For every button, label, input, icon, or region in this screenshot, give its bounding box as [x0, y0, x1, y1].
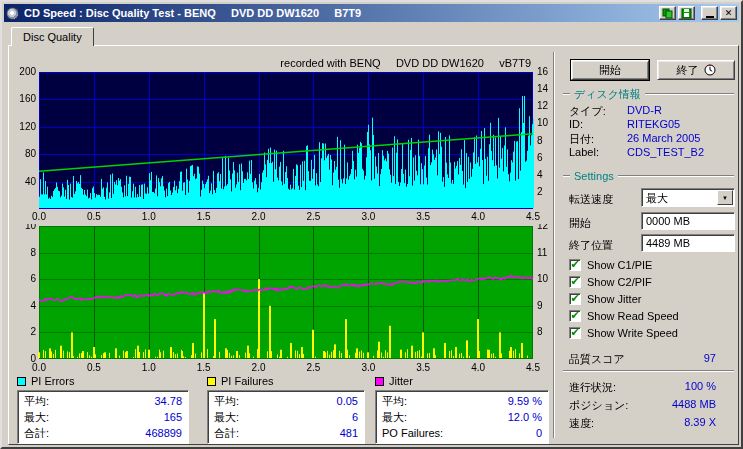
stat-value: 165 — [164, 409, 182, 425]
quality-score-row: 品質スコア97 — [569, 352, 716, 365]
pi-errors-chart — [9, 56, 557, 228]
checkmark-icon: ✔ — [570, 293, 579, 304]
exit-button-label: 終了 — [677, 63, 699, 78]
legend-title: PI Failures — [221, 375, 274, 387]
checkbox-label: Show C2/PIF — [587, 276, 652, 288]
stat-label: 平均: — [382, 393, 407, 409]
checkbox-show-c1-pie[interactable]: ✔ Show C1/PIE — [569, 258, 652, 272]
position-value: 4488 MB — [672, 398, 716, 410]
tab-disc-quality[interactable]: Disc Quality — [11, 27, 94, 46]
close-icon: ✕ — [725, 8, 733, 18]
legend-title: Jitter — [389, 375, 413, 387]
disc-label-row: Label:CDS_TEST_B2 — [569, 146, 734, 159]
clock-icon — [704, 64, 716, 76]
disc-type-row: タイプ:DVD-R — [569, 104, 734, 117]
checkbox-label: Show Read Speed — [587, 310, 679, 322]
stat-value: 34.78 — [154, 393, 182, 409]
titlebar[interactable]: CD Speed : Disc Quality Test - BENQ DVD … — [4, 4, 739, 22]
disc-date-row: 日付:26 March 2005 — [569, 132, 734, 145]
stat-value: 481 — [340, 425, 358, 441]
checkbox-label: Show C1/PIE — [587, 259, 652, 271]
legend-jitter: Jitter 平均:9.59 % 最大:12.0 % PO Failures:0 — [375, 374, 549, 388]
sidebar-divider — [553, 52, 555, 438]
stat-value: 9.59 % — [508, 393, 542, 409]
speed-value: 8.39 X — [684, 416, 716, 428]
stat-value: 468899 — [145, 425, 182, 441]
save-chart-button[interactable] — [678, 6, 695, 20]
start-button-label: 開始 — [599, 63, 621, 78]
legend-values-box: 平均:0.05 最大:6 合計:481 — [207, 390, 365, 444]
start-position-input[interactable]: 0000 MB — [641, 212, 735, 230]
app-window: CD Speed : Disc Quality Test - BENQ DVD … — [0, 0, 743, 449]
checkbox-show-c2-pif[interactable]: ✔ Show C2/PIF — [569, 275, 652, 289]
checkbox-label: Show Write Speed — [587, 327, 678, 339]
legend-title: PI Errors — [31, 375, 74, 387]
pif-jitter-chart — [9, 224, 557, 376]
exit-button[interactable]: 終了 — [657, 60, 735, 80]
position-row: ポジション:4488 MB — [569, 398, 716, 411]
status-divider — [563, 370, 734, 372]
checkbox-box[interactable]: ✔ — [569, 327, 581, 339]
stat-value: 6 — [352, 409, 358, 425]
stat-label: 最大: — [382, 409, 407, 425]
stat-label: 平均: — [24, 393, 49, 409]
checkbox-box[interactable]: ✔ — [569, 310, 581, 322]
stat-value: 0 — [536, 425, 542, 441]
app-icon[interactable] — [6, 7, 19, 20]
checkmark-icon: ✔ — [570, 259, 579, 270]
start-button[interactable]: 開始 — [571, 60, 649, 80]
stat-label: PO Failures: — [382, 425, 443, 441]
jitter-swatch-icon — [375, 377, 384, 386]
chevron-down-icon[interactable]: ▼ — [717, 190, 733, 205]
checkbox-show-write-speed[interactable]: ✔ Show Write Speed — [569, 326, 678, 340]
transfer-speed-select[interactable]: 最大 ▼ — [641, 188, 735, 207]
close-button[interactable]: ✕ — [720, 6, 737, 20]
disc-info-caption: ディスク情報 — [563, 88, 734, 100]
checkbox-box[interactable]: ✔ — [569, 259, 581, 271]
chart-copy-icon — [662, 8, 673, 19]
checkbox-box[interactable]: ✔ — [569, 293, 581, 305]
tab-label: Disc Quality — [23, 31, 82, 43]
stat-label: 合計: — [24, 425, 49, 441]
speed-row: 速度:8.39 X — [569, 416, 716, 429]
checkbox-box[interactable]: ✔ — [569, 276, 581, 288]
stat-label: 最大: — [214, 409, 239, 425]
checkmark-icon: ✔ — [570, 327, 579, 338]
legend-pi-errors: PI Errors 平均:34.78 最大:165 合計:468899 — [17, 374, 189, 388]
checkbox-label: Show Jitter — [587, 293, 641, 305]
checkmark-icon: ✔ — [570, 310, 579, 321]
quality-score-value: 97 — [704, 352, 716, 364]
minimize-icon — [706, 16, 714, 18]
progress-row: 進行状況:100 % — [569, 380, 716, 393]
settings-caption: Settings — [563, 170, 734, 182]
window-title: CD Speed : Disc Quality Test - BENQ DVD … — [24, 7, 657, 19]
disc-id-row: ID:RITEKG05 — [569, 118, 734, 131]
transfer-speed-value: 最大 — [646, 192, 668, 204]
stat-label: 最大: — [24, 409, 49, 425]
legend-values-box: 平均:34.78 最大:165 合計:468899 — [17, 390, 189, 444]
end-position-input[interactable]: 4489 MB — [641, 234, 735, 252]
pi-failures-swatch-icon — [207, 377, 216, 386]
pi-errors-swatch-icon — [17, 377, 26, 386]
disk-save-icon — [681, 8, 692, 19]
stat-label: 合計: — [214, 425, 239, 441]
sidebar: 開始 終了 ディスク情報 タイプ:DVD-R ID:RITEKG05 日付: — [559, 54, 738, 440]
disc-quality-panel: PI Errors 平均:34.78 最大:165 合計:468899 PI F… — [8, 45, 739, 445]
legend-pi-failures: PI Failures 平均:0.05 最大:6 合計:481 — [207, 374, 365, 388]
checkbox-show-read-speed[interactable]: ✔ Show Read Speed — [569, 309, 679, 323]
checkbox-show-jitter[interactable]: ✔ Show Jitter — [569, 292, 641, 306]
stat-value: 0.05 — [337, 393, 358, 409]
progress-value: 100 % — [685, 380, 716, 392]
legend-values-box: 平均:9.59 % 最大:12.0 % PO Failures:0 — [375, 390, 549, 444]
checkmark-icon: ✔ — [570, 276, 579, 287]
stat-label: 平均: — [214, 393, 239, 409]
stat-value: 12.0 % — [508, 409, 542, 425]
minimize-button[interactable] — [701, 6, 718, 20]
copy-chart-button[interactable] — [659, 6, 676, 20]
